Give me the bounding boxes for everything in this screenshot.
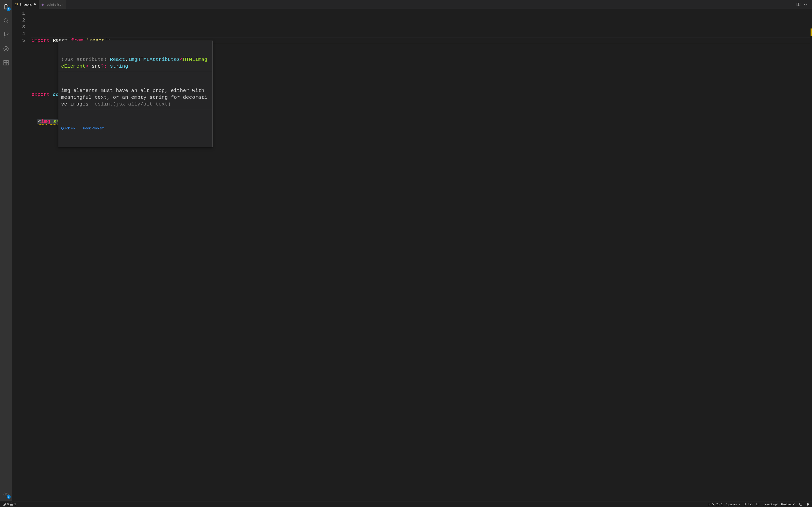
bell-icon (806, 502, 810, 506)
status-eol[interactable]: LF (756, 502, 760, 506)
error-count: 0 (7, 502, 9, 506)
status-encoding[interactable]: UTF-8 (744, 502, 753, 506)
svg-point-3 (4, 36, 5, 37)
status-prettier[interactable]: Prettier: ✓ (781, 502, 796, 506)
svg-point-0 (4, 18, 7, 22)
svg-point-2 (4, 32, 5, 34)
json-file-icon: ◎ (42, 3, 44, 6)
js-file-icon: JS (15, 3, 18, 6)
line-number: 5 (12, 37, 25, 44)
branch-icon (3, 32, 9, 38)
svg-line-1 (7, 21, 8, 23)
smiley-icon (799, 502, 803, 506)
warning-icon (10, 502, 13, 506)
status-cursor[interactable]: Ln 5, Col 1 (708, 502, 723, 506)
activity-settings[interactable]: 1 (0, 490, 12, 499)
minimap[interactable] (807, 9, 812, 501)
status-spaces[interactable]: Spaces: 2 (726, 502, 740, 506)
line-number: 4 (12, 31, 25, 37)
tab-label: .eslintrc.json (46, 3, 63, 6)
explorer-badge: 1 (7, 7, 11, 11)
svg-point-18 (11, 505, 12, 505)
no-bug-icon (3, 46, 9, 52)
activity-explorer[interactable]: 1 (0, 2, 12, 12)
tab-eslintrc[interactable]: ◎ .eslintrc.json (39, 0, 66, 9)
line-number: 2 (12, 17, 25, 24)
activity-debug[interactable] (0, 44, 12, 54)
warning-count: 1 (14, 502, 16, 506)
extensions-icon (3, 60, 9, 66)
svg-rect-9 (4, 63, 6, 65)
status-feedback[interactable] (799, 502, 803, 506)
activity-search[interactable] (0, 16, 12, 25)
tab-image-js[interactable]: JS Image.js (12, 0, 39, 9)
hover-signature: (JSX attribute) React.ImgHTMLAttributes<… (58, 54, 212, 72)
activity-bar: 1 1 (0, 0, 12, 501)
svg-rect-8 (6, 60, 8, 62)
svg-rect-10 (6, 63, 8, 65)
quick-fix-link[interactable]: Quick Fix… (61, 125, 79, 131)
line-gutter: 1 2 3 4 5 (12, 9, 32, 501)
hover-actions: Quick Fix… Peek Problem (58, 123, 212, 133)
editor-tabs: JS Image.js ◎ .eslintrc.json ··· (12, 0, 812, 9)
peek-problem-link[interactable]: Peek Problem (83, 125, 104, 131)
error-icon (2, 502, 6, 506)
status-problems[interactable]: 0 1 (2, 502, 16, 506)
settings-badge: 1 (7, 495, 11, 499)
tab-label: Image.js (20, 3, 32, 6)
dirty-indicator-icon (34, 3, 36, 5)
status-bar: 0 1 Ln 5, Col 1 Spaces: 2 UTF-8 LF JavaS… (0, 501, 812, 507)
line-number: 1 (12, 10, 25, 17)
activity-extensions[interactable] (0, 58, 12, 68)
svg-point-19 (800, 503, 802, 506)
svg-point-11 (5, 494, 7, 495)
hover-tooltip: (JSX attribute) React.ImgHTMLAttributes<… (58, 41, 213, 147)
minimap-warning-marker (811, 29, 812, 36)
search-icon (3, 18, 9, 24)
split-editor-icon[interactable] (796, 2, 801, 6)
svg-line-6 (4, 47, 8, 50)
line-number: 3 (12, 24, 25, 31)
status-notifications[interactable] (806, 502, 810, 506)
more-actions-icon[interactable]: ··· (804, 2, 809, 6)
activity-source-control[interactable] (0, 30, 12, 40)
hover-message: img elements must have an alt prop, eith… (58, 86, 212, 110)
svg-point-4 (7, 33, 8, 34)
code-editor[interactable]: 1 2 3 4 5 import React from 'react'; exp… (12, 9, 812, 501)
status-language[interactable]: JavaScript (763, 502, 778, 506)
svg-rect-7 (4, 60, 6, 62)
